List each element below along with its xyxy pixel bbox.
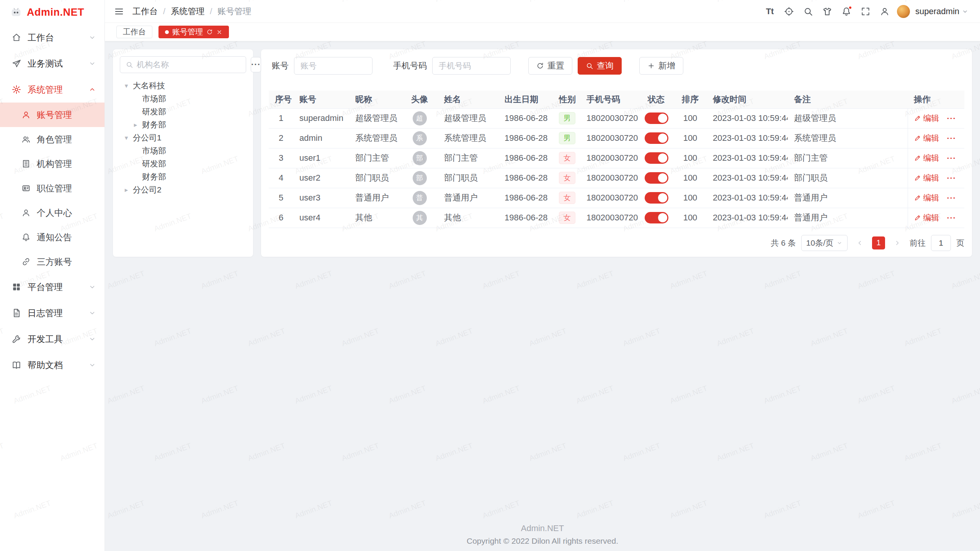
breadcrumb-item[interactable]: 工作台 (132, 6, 158, 17)
tab-account-management[interactable]: 账号管理 (158, 26, 229, 38)
row-more-button[interactable]: ··· (947, 114, 956, 123)
org-tree-panel: ··· ▾ 大名科技 市场部 研发部 (113, 49, 253, 257)
phone-input[interactable] (439, 61, 504, 70)
phone-field[interactable] (432, 57, 511, 75)
plus-icon (647, 62, 655, 70)
tab-close-icon[interactable] (216, 29, 222, 35)
row-more-button[interactable]: ··· (947, 173, 956, 183)
edit-button[interactable]: 编辑 (914, 153, 939, 163)
breadcrumb-separator: / (210, 7, 212, 16)
sidebar-item-system-management[interactable]: 系统管理 (0, 77, 105, 103)
edit-button[interactable]: 编辑 (914, 113, 939, 124)
cell-index: 2 (269, 128, 293, 148)
sidebar-item-personal-center[interactable]: 个人中心 (0, 201, 105, 225)
goto-page-input[interactable] (931, 235, 951, 251)
app-logo[interactable]: Admin.NET (0, 0, 105, 24)
tree-node[interactable]: ▸ 分公司2 (120, 183, 246, 196)
locate-icon[interactable] (781, 3, 797, 20)
cell-modified: 2023-01-03 10:59:44 (707, 148, 788, 168)
status-toggle[interactable] (645, 212, 668, 223)
next-page-button[interactable] (890, 236, 904, 250)
status-toggle[interactable] (645, 172, 668, 184)
sidebar-item-thirdparty-account[interactable]: 三方账号 (0, 249, 105, 274)
cell-modified: 2023-01-03 10:59:44 (707, 128, 788, 148)
chevron-down-icon (88, 60, 96, 67)
status-toggle[interactable] (645, 112, 668, 124)
edit-button[interactable]: 编辑 (914, 212, 939, 223)
table-row: 4 user2 部门职员 部 部门职员 1986-06-28 女 1802003… (269, 168, 964, 188)
row-more-button[interactable]: ··· (947, 193, 956, 202)
fullscreen-icon[interactable] (857, 3, 874, 20)
row-more-button[interactable]: ··· (947, 153, 956, 163)
tab-workbench[interactable]: 工作台 (116, 26, 152, 38)
sidebar-item-business-test[interactable]: 业务测试 (0, 51, 105, 77)
tree-node[interactable]: ▸ 财务部 (120, 118, 246, 131)
sidebar-item-position-management[interactable]: 职位管理 (0, 176, 105, 201)
row-more-button[interactable]: ··· (947, 213, 956, 222)
cell-status (639, 148, 674, 168)
account-input[interactable] (301, 61, 366, 70)
add-button[interactable]: 新增 (639, 57, 683, 75)
cell-phone: 18020030720 (580, 188, 639, 208)
tree-node[interactable]: 市场部 (120, 144, 246, 157)
search-button[interactable]: 查询 (578, 57, 622, 75)
edit-button[interactable]: 编辑 (914, 192, 939, 203)
tree-node[interactable]: 研发部 (120, 157, 246, 170)
account-field[interactable] (294, 57, 372, 75)
row-more-button[interactable]: ··· (947, 134, 956, 143)
tree-node[interactable]: 研发部 (120, 105, 246, 118)
tree-node[interactable]: ▾ 分公司1 (120, 131, 246, 144)
sidebar-item-notice[interactable]: 通知公告 (0, 225, 105, 249)
reset-button[interactable]: 重置 (528, 57, 572, 75)
sidebar-item-dev-tools[interactable]: 开发工具 (0, 326, 105, 352)
pagination-total: 共 6 条 (771, 238, 795, 248)
sidebar-item-log-management[interactable]: 日志管理 (0, 300, 105, 326)
profile-icon[interactable] (876, 3, 893, 20)
org-more-button[interactable]: ··· (251, 57, 261, 72)
notification-icon[interactable] (838, 3, 855, 20)
content-area: ··· ▾ 大名科技 市场部 研发部 (105, 41, 980, 551)
sidebar-item-platform-management[interactable]: 平台管理 (0, 274, 105, 300)
col-actions: 操作 (908, 91, 964, 108)
hamburger-menu-icon[interactable] (114, 7, 124, 16)
cell-birth: 1986-06-28 (498, 168, 553, 188)
page-size-select[interactable]: 10条/页 (801, 235, 848, 251)
status-toggle[interactable] (645, 152, 668, 164)
footer-copyright: Copyright © 2022 Dilon All rights reserv… (105, 536, 980, 546)
breadcrumb-item[interactable]: 系统管理 (171, 6, 204, 17)
tree-node[interactable]: 市场部 (120, 92, 246, 105)
tab-refresh-icon[interactable] (206, 29, 213, 35)
sidebar-item-org-management[interactable]: 机构管理 (0, 152, 105, 176)
user-menu[interactable]: superadmin (915, 7, 969, 16)
book-icon (11, 360, 21, 370)
table-row: 6 user4 其他 其 其他 1986-06-28 女 18020030720… (269, 208, 964, 228)
status-toggle[interactable] (645, 192, 668, 204)
edit-button[interactable]: 编辑 (914, 133, 939, 143)
sidebar-item-account-management[interactable]: 账号管理 (0, 103, 105, 127)
theme-icon[interactable] (819, 3, 836, 20)
sidebar-item-label: 职位管理 (37, 183, 72, 194)
table-row: 2 admin 系统管理员 系 系统管理员 1986-06-28 男 18020… (269, 128, 964, 148)
edit-button[interactable]: 编辑 (914, 173, 939, 183)
font-size-icon[interactable]: Tt (761, 3, 778, 20)
tree-node[interactable]: 财务部 (120, 170, 246, 183)
search-icon[interactable] (800, 3, 817, 20)
goto-page-field[interactable] (931, 235, 951, 251)
sidebar-item-workbench[interactable]: 工作台 (0, 24, 105, 51)
org-search-field[interactable] (120, 56, 246, 73)
sidebar-item-help-docs[interactable]: 帮助文档 (0, 352, 105, 378)
caret-collapsed-icon[interactable]: ▸ (129, 121, 142, 129)
cell-birth: 1986-06-28 (498, 148, 553, 168)
sidebar-item-role-management[interactable]: 角色管理 (0, 127, 105, 152)
status-toggle[interactable] (645, 132, 668, 144)
cell-birth: 1986-06-28 (498, 108, 553, 128)
org-search-input[interactable] (137, 60, 240, 69)
caret-collapsed-icon[interactable]: ▸ (120, 186, 133, 194)
caret-expanded-icon[interactable]: ▾ (120, 134, 133, 142)
cell-account: user3 (293, 188, 349, 208)
caret-expanded-icon[interactable]: ▾ (120, 82, 133, 90)
tree-node[interactable]: ▾ 大名科技 (120, 79, 246, 92)
page-number-button[interactable]: 1 (872, 236, 885, 249)
prev-page-button[interactable] (853, 236, 867, 250)
avatar[interactable] (897, 5, 910, 18)
